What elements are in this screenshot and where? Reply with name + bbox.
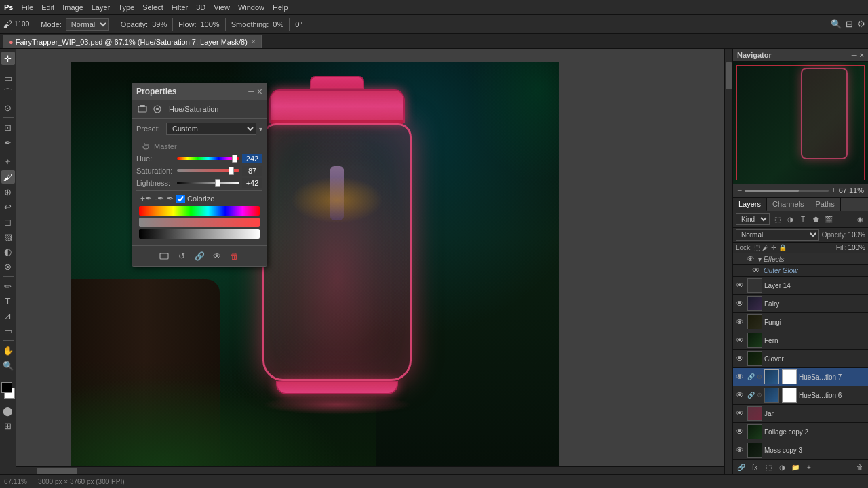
colorize-checkbox[interactable] bbox=[176, 195, 185, 203]
hue-value[interactable]: 242 bbox=[242, 154, 262, 163]
lasso-tool[interactable]: ⌒ bbox=[1, 86, 15, 100]
lock-transparent-icon[interactable]: ⬚ bbox=[754, 244, 760, 251]
flow-value[interactable]: 100% bbox=[201, 20, 220, 28]
effects-vis[interactable]: 👁 bbox=[747, 254, 756, 264]
hand-tool-icon[interactable] bbox=[140, 141, 151, 152]
sample-icon[interactable]: ✒ bbox=[167, 194, 174, 203]
layer-14-row[interactable]: 👁 Layer 14 bbox=[733, 277, 868, 295]
moss-copy3-vis-icon[interactable]: 👁 bbox=[736, 445, 745, 455]
nav-close-icon[interactable]: × bbox=[860, 51, 864, 59]
menu-select[interactable]: Select bbox=[142, 3, 163, 12]
refresh-icon[interactable]: ↺ bbox=[176, 250, 188, 262]
tab-channels[interactable]: Channels bbox=[767, 198, 810, 211]
nav-viewport-indicator[interactable] bbox=[736, 65, 865, 180]
huesat6-vis-icon[interactable]: 👁 bbox=[736, 390, 745, 400]
add-mask-button[interactable]: ⬚ bbox=[763, 462, 774, 472]
huesat6-layer-row[interactable]: 👁 🔗 ⚙ HueSa...tion 6 bbox=[733, 386, 868, 405]
nav-minimize-icon[interactable]: ─ bbox=[852, 51, 857, 59]
outer-glow-effect[interactable]: 👁 Outer Glow bbox=[733, 265, 868, 277]
menu-layer[interactable]: Layer bbox=[92, 3, 111, 12]
saturation-slider[interactable] bbox=[177, 167, 239, 174]
new-group-icon[interactable]: 📁 bbox=[790, 462, 801, 472]
zoom-out-icon[interactable]: − bbox=[737, 186, 742, 195]
tab-paths[interactable]: Paths bbox=[810, 198, 841, 211]
hand-tool[interactable]: ✋ bbox=[1, 344, 15, 357]
link-icon[interactable]: 🔗 bbox=[193, 250, 205, 262]
huesat7-options-icon[interactable]: ⚙ bbox=[757, 373, 762, 380]
add-mask-icon[interactable] bbox=[158, 250, 170, 262]
blur-tool[interactable]: ◐ bbox=[1, 245, 15, 258]
props-layer-icon[interactable] bbox=[136, 103, 149, 115]
fungi-vis-icon[interactable]: 👁 bbox=[736, 317, 745, 327]
lightness-value[interactable]: +42 bbox=[242, 178, 262, 188]
outer-glow-vis[interactable]: 👁 bbox=[752, 266, 762, 275]
stamp-tool[interactable]: ⊕ bbox=[1, 185, 15, 199]
fill-value[interactable]: 100% bbox=[848, 244, 865, 251]
new-adjustment-icon[interactable]: ◑ bbox=[776, 462, 787, 472]
pen-tool[interactable]: ✏ bbox=[1, 279, 15, 293]
fern-layer-row[interactable]: 👁 Fern bbox=[733, 331, 868, 350]
smoothing-value[interactable]: 0% bbox=[273, 20, 283, 28]
opacity-value[interactable]: 100% bbox=[848, 231, 865, 239]
filter-kind-dropdown[interactable]: Kind bbox=[736, 214, 770, 225]
menu-image[interactable]: Image bbox=[62, 3, 83, 12]
properties-minimize-icon[interactable]: ─ bbox=[248, 87, 254, 96]
layer-filter-switch[interactable]: ◉ bbox=[854, 214, 865, 225]
add-style-icon[interactable]: fx bbox=[749, 462, 760, 472]
jar-vis-icon[interactable]: 👁 bbox=[736, 409, 745, 418]
props-mask-icon[interactable] bbox=[151, 103, 163, 115]
clover-layer-row[interactable]: 👁 Clover bbox=[733, 350, 868, 368]
moss-copy3-row[interactable]: 👁 Moss copy 3 bbox=[733, 441, 868, 459]
dodge-tool[interactable]: ⊗ bbox=[1, 260, 15, 273]
filter-type-icon[interactable]: T bbox=[797, 214, 808, 225]
quick-mask-tool[interactable]: ⬤ bbox=[1, 404, 15, 418]
delete-layer-icon[interactable]: 🗑 bbox=[854, 462, 865, 472]
mode-dropdown[interactable]: Normal bbox=[66, 18, 109, 30]
canvas-scrollbar-h[interactable] bbox=[16, 466, 724, 474]
layer14-vis-icon[interactable]: 👁 bbox=[736, 281, 745, 290]
fungi-layer-row[interactable]: 👁 Fungi bbox=[733, 313, 868, 331]
status-zoom[interactable]: 67.11% bbox=[4, 478, 27, 485]
filter-pixel-icon[interactable]: ⬚ bbox=[772, 214, 783, 225]
zoom-slider-track[interactable] bbox=[745, 190, 829, 192]
text-tool[interactable]: T bbox=[1, 294, 15, 308]
shape-tool[interactable]: ▭ bbox=[1, 324, 15, 338]
canvas-area[interactable]: Properties ─ × Hue/Saturation Preset: bbox=[16, 49, 732, 474]
quick-select-tool[interactable]: ⊙ bbox=[1, 101, 15, 115]
lock-paint-icon[interactable]: 🖌 bbox=[762, 244, 769, 251]
huesat7-layer-row[interactable]: 👁 🔗 ⚙ HueSa...tion 7 bbox=[733, 368, 868, 386]
canvas-scrollbar-v[interactable] bbox=[724, 49, 732, 474]
menu-filter[interactable]: Filter bbox=[172, 3, 188, 12]
eyedropper-tool[interactable]: ✒ bbox=[1, 136, 15, 149]
lock-position-icon[interactable]: ✛ bbox=[771, 244, 776, 251]
menu-ps[interactable]: Ps bbox=[4, 3, 13, 12]
scrollbar-thumb-h[interactable] bbox=[37, 468, 77, 474]
menu-file[interactable]: File bbox=[21, 3, 33, 12]
search-icon[interactable]: 🔍 bbox=[831, 19, 842, 29]
link-layers-icon[interactable]: 🔗 bbox=[736, 462, 747, 472]
menu-3d[interactable]: 3D bbox=[196, 3, 205, 12]
settings-icon[interactable]: ⚙ bbox=[857, 19, 865, 29]
huesat7-link-icon[interactable]: 🔗 bbox=[747, 373, 755, 380]
menu-edit[interactable]: Edit bbox=[41, 3, 54, 12]
lightness-slider[interactable] bbox=[177, 180, 239, 186]
move-tool[interactable]: ✛ bbox=[1, 52, 15, 65]
selection-tool[interactable]: ▭ bbox=[1, 71, 15, 85]
fern-vis-icon[interactable]: 👁 bbox=[736, 336, 745, 345]
gradient-tool[interactable]: ▨ bbox=[1, 230, 15, 243]
foliage-copy2-row[interactable]: 👁 Foilage copy 2 bbox=[733, 423, 868, 441]
add-point-icon[interactable]: +✒ bbox=[140, 194, 152, 203]
delete-icon[interactable]: 🗑 bbox=[229, 250, 241, 262]
filter-adjustment-icon[interactable]: ◑ bbox=[785, 214, 795, 225]
hue-slider[interactable] bbox=[177, 155, 239, 162]
filter-shape-icon[interactable]: ⬟ bbox=[810, 214, 821, 225]
healing-tool[interactable]: ⌖ bbox=[1, 155, 15, 169]
menu-type[interactable]: Type bbox=[118, 3, 134, 12]
crop-tool[interactable]: ⊡ bbox=[1, 121, 15, 134]
lock-all-icon[interactable]: 🔒 bbox=[778, 244, 787, 251]
screen-mode-tool[interactable]: ⊞ bbox=[1, 419, 15, 432]
huesat6-options-icon[interactable]: ⚙ bbox=[757, 392, 762, 399]
effects-expand-icon[interactable]: ▾ bbox=[758, 256, 762, 263]
blend-mode-dropdown[interactable]: Normal bbox=[736, 229, 819, 241]
path-tool[interactable]: ⊿ bbox=[1, 309, 15, 323]
